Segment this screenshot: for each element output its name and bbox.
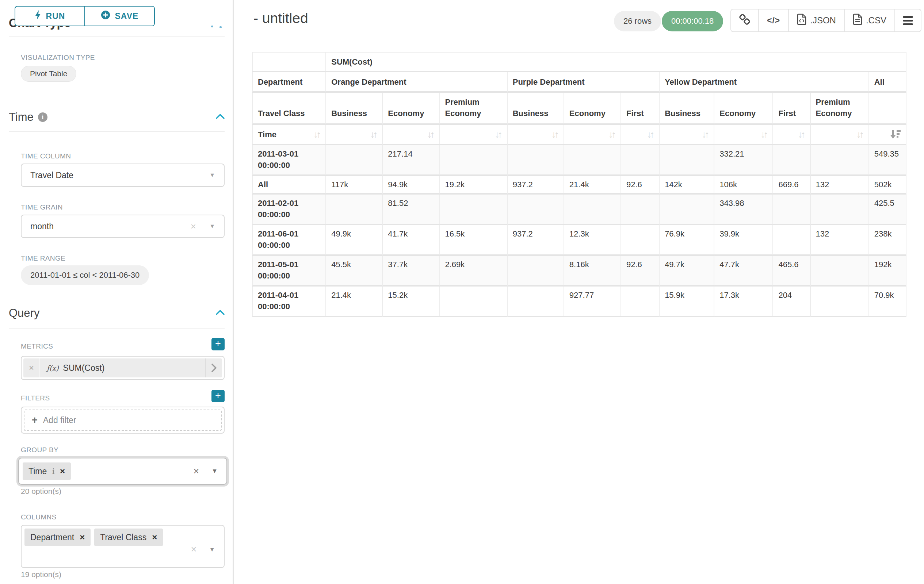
sort-toggle-icon[interactable]: ↓↑ (856, 129, 863, 140)
run-button[interactable]: RUN (15, 7, 84, 26)
row-label-cell: 2011-03-01 00:00:00 (252, 145, 326, 176)
time-range-label: TIME RANGE (21, 254, 65, 262)
export-csv-button[interactable]: .CSV (844, 10, 894, 31)
columns-tag: Travel Class × (94, 528, 163, 546)
pivot-table: SUM(Cost)DepartmentOrange DepartmentPurp… (252, 52, 906, 317)
time-grain-select[interactable]: month × ▼ (21, 215, 224, 238)
section-divider (9, 132, 224, 132)
columns-select[interactable]: Department × Travel Class × × ▼ (21, 525, 224, 568)
time-section-header[interactable]: Time i (9, 110, 224, 124)
sort-toggle-icon[interactable]: ↓↑ (609, 129, 615, 140)
run-save-button-group: RUN SAVE (15, 6, 155, 26)
remove-tag-icon[interactable]: × (79, 532, 85, 542)
table-row: 2011-05-01 00:00:0045.5k37.7k2.69k8.16k9… (252, 256, 906, 286)
value-cell (564, 145, 621, 176)
department-group-header: Yellow Department (660, 72, 869, 93)
value-cell: 132 (811, 176, 869, 194)
chart-title[interactable]: - untitled (254, 10, 308, 26)
fx-icon: ƒ(x) (47, 364, 59, 372)
clear-icon[interactable]: × (191, 544, 196, 555)
chevron-down-icon[interactable]: ▼ (209, 546, 215, 553)
value-cell: 39.9k (714, 225, 773, 256)
all-class-empty-cell (869, 93, 906, 125)
columns-tag: Department × (25, 528, 91, 546)
sort-toggle-icon[interactable]: ↓↑ (798, 129, 805, 140)
embed-code-button[interactable]: </> (758, 10, 788, 31)
value-cell (508, 256, 564, 286)
sort-desc-icon[interactable] (890, 130, 901, 140)
chart-toolbar: </> .JSON .CSV (731, 9, 921, 32)
value-cell: 142k (660, 176, 714, 194)
group-by-select[interactable]: Time i × × ▼ (18, 458, 227, 485)
value-cell: 425.5 (869, 194, 906, 225)
time-column-select[interactable]: Travel Date ▼ (21, 163, 224, 187)
class-dimension-label-cell: Travel Class (252, 93, 326, 125)
sort-toggle-icon[interactable]: ↓↑ (370, 129, 377, 140)
metric-pill[interactable]: × ƒ(x) SUM(Cost) (23, 359, 222, 377)
value-cell (621, 194, 660, 225)
panel-handle-dot (219, 26, 222, 28)
add-filter-button[interactable]: + Add filter (24, 410, 222, 431)
query-section-header[interactable]: Query (9, 307, 224, 320)
visualization-type-pill[interactable]: Pivot Table (21, 66, 76, 82)
metrics-control: × ƒ(x) SUM(Cost) (21, 356, 224, 380)
save-button[interactable]: SAVE (84, 7, 154, 26)
value-cell (440, 194, 508, 225)
add-filter-plus-button[interactable]: + (211, 390, 224, 402)
travel-class-header: Economy (564, 93, 621, 125)
time-column-label: TIME COLUMN (21, 152, 71, 160)
column-sort-cell: ↓↑ (714, 125, 773, 145)
csv-file-icon (853, 13, 862, 27)
filters-control: + Add filter (21, 406, 224, 434)
remove-tag-icon[interactable]: × (152, 532, 157, 542)
column-sort-cell: ↓↑ (326, 125, 383, 145)
sort-toggle-icon[interactable]: ↓↑ (647, 129, 654, 140)
section-divider (9, 328, 224, 329)
value-cell (621, 286, 660, 317)
column-sort-cell: ↓↑ (564, 125, 621, 145)
sort-toggle-icon[interactable]: ↓↑ (495, 129, 502, 140)
value-cell: 17.3k (714, 286, 773, 317)
value-cell: 669.6 (773, 176, 810, 194)
value-cell: 927.77 (564, 286, 621, 317)
department-group-header: Purple Department (508, 72, 660, 93)
value-cell: 92.6 (621, 256, 660, 286)
expand-metric-icon[interactable] (205, 359, 222, 377)
value-cell: 21.4k (326, 286, 383, 317)
value-cell (621, 225, 660, 256)
remove-tag-icon[interactable]: × (60, 466, 65, 476)
hamburger-icon (903, 16, 912, 25)
value-cell: 465.6 (773, 256, 810, 286)
export-json-button[interactable]: .JSON (788, 10, 844, 31)
value-cell: 343.98 (714, 194, 773, 225)
value-cell: 49.7k (660, 256, 714, 286)
sort-toggle-icon[interactable]: ↓↑ (314, 129, 320, 140)
chevron-up-icon[interactable] (216, 114, 224, 120)
value-cell: 49.9k (326, 225, 383, 256)
chevron-up-icon[interactable] (216, 310, 224, 316)
sort-toggle-icon[interactable]: ↓↑ (761, 129, 767, 140)
column-info-icon: i (52, 467, 54, 476)
sort-toggle-icon[interactable]: ↓↑ (427, 129, 434, 140)
clear-icon[interactable]: × (191, 221, 196, 232)
row-label-cell: 2011-04-01 00:00:00 (252, 286, 326, 317)
sort-toggle-icon[interactable]: ↓↑ (701, 129, 708, 140)
remove-metric-icon[interactable]: × (23, 359, 40, 377)
sort-toggle-icon[interactable]: ↓↑ (551, 129, 558, 140)
value-cell: 2.69k (440, 256, 508, 286)
share-link-button[interactable] (731, 10, 758, 31)
control-panel: Chart Type RUN SAVE VISUALIZATION TYPE P… (0, 0, 233, 584)
clear-icon[interactable]: × (193, 466, 199, 477)
add-metric-button[interactable]: + (211, 338, 224, 350)
time-range-pill[interactable]: 2011-01-01 ≤ col < 2011-06-30 (21, 265, 149, 285)
menu-button[interactable] (894, 10, 921, 31)
value-cell: 92.6 (621, 176, 660, 194)
table-row: 2011-02-01 00:00:0081.52343.98425.5 (252, 194, 906, 225)
travel-class-header: Premium Economy (811, 93, 869, 125)
travel-class-header: Business (326, 93, 383, 125)
value-cell (564, 194, 621, 225)
value-cell (773, 194, 810, 225)
chevron-down-icon[interactable]: ▼ (211, 467, 218, 475)
value-cell: 45.5k (326, 256, 383, 286)
travel-class-header: Economy (383, 93, 440, 125)
